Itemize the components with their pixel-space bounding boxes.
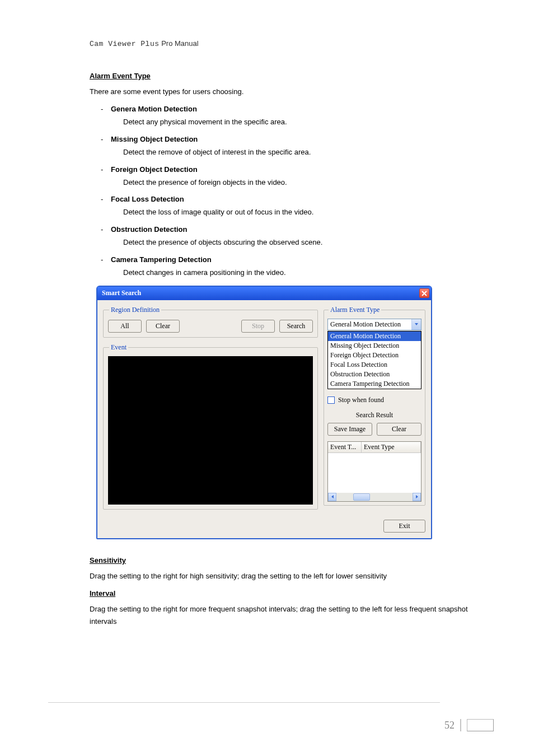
scroll-left-icon[interactable] <box>328 493 336 501</box>
scroll-thumb[interactable] <box>353 493 370 501</box>
dropdown-option[interactable]: Obstruction Detection <box>328 370 421 379</box>
checkbox-label: Stop when found <box>338 396 384 404</box>
close-icon <box>421 291 427 296</box>
chevron-down-icon <box>411 319 421 330</box>
event-group: Event <box>103 343 318 510</box>
list-item: -Obstruction Detection Detect the presen… <box>101 225 484 249</box>
table-header: Event T... Event Type <box>328 442 421 453</box>
heading-interval: Interval <box>90 589 484 598</box>
list-item: -Missing Object Detection Detect the rem… <box>101 135 484 158</box>
dropdown-option[interactable]: Missing Object Detection <box>328 341 421 351</box>
footer-rule <box>48 702 440 703</box>
search-button[interactable]: Search <box>279 320 313 333</box>
col-event-type[interactable]: Event Type <box>362 442 421 452</box>
alarm-intro: There are some event types for users cho… <box>90 86 484 98</box>
type-title: Foreign Object Detection <box>111 165 198 174</box>
dropdown-option[interactable]: Camera Tampering Detection <box>328 379 421 389</box>
bullet-dash: - <box>101 105 105 113</box>
alarm-event-type-group: Alarm Event Type General Motion Detectio… <box>324 306 425 506</box>
page-footer: 52 <box>444 719 494 731</box>
list-item: -Genera Motion Detection Detect any phys… <box>101 105 484 128</box>
event-type-list: -Genera Motion Detection Detect any phys… <box>101 105 484 279</box>
type-title: Camera Tampering Detection <box>111 255 212 264</box>
smart-search-dialog: Smart Search Region Definition All Clear… <box>96 286 432 539</box>
list-item: -Focal Loss Detection Detect the loss of… <box>101 195 484 218</box>
search-result-label: Search Result <box>327 411 421 419</box>
type-desc: Detect the loss of image quality or out … <box>123 207 484 218</box>
all-button[interactable]: All <box>108 320 142 333</box>
clear-results-button[interactable]: Clear <box>377 423 421 436</box>
interval-body: Drag the setting to the right for more f… <box>90 603 484 628</box>
search-results-table[interactable]: Event T... Event Type <box>327 441 421 502</box>
checkbox-icon <box>327 396 335 404</box>
type-title: Genera Motion Detection <box>111 105 197 113</box>
stop-when-found-checkbox[interactable]: Stop when found <box>327 396 421 404</box>
sensitivity-body: Drag the setting to the right for high s… <box>90 570 484 582</box>
close-button[interactable] <box>419 288 429 298</box>
doc-header-rest: Pro Manual <box>160 39 199 48</box>
dropdown-option[interactable]: Focal Loss Detection <box>328 360 421 370</box>
bullet-dash: - <box>101 225 105 234</box>
doc-header: Cam Viewer Plus Pro Manual <box>90 39 484 48</box>
horizontal-scrollbar[interactable] <box>328 493 421 501</box>
event-video-view[interactable] <box>108 356 313 505</box>
type-title: Obstruction Detection <box>111 225 188 234</box>
region-definition-group: Region Definition All Clear Stop Search <box>103 306 318 338</box>
alarm-type-dropdown[interactable]: General Motion Detection Missing Object … <box>327 331 421 389</box>
type-desc: Detect the remove of object of interest … <box>123 147 484 158</box>
type-desc: Detect the presence of objects obscuring… <box>123 237 484 249</box>
doc-header-mono: Cam Viewer Plus <box>90 40 160 48</box>
dropdown-option[interactable]: Foreign Object Detection <box>328 351 421 360</box>
dropdown-option[interactable]: General Motion Detection <box>328 332 421 341</box>
clear-button[interactable]: Clear <box>146 320 180 333</box>
region-legend: Region Definition <box>109 306 161 314</box>
type-desc: Detect any physical movement in the spec… <box>123 116 484 128</box>
list-item: -Foreign Object Detection Detect the pre… <box>101 165 484 189</box>
heading-sensitivity: Sensitivity <box>90 556 484 564</box>
heading-alarm-event-type: Alarm Event Type <box>90 72 484 80</box>
dialog-title: Smart Search <box>102 289 141 297</box>
alarm-legend: Alarm Event Type <box>329 306 381 314</box>
bullet-dash: - <box>101 165 105 174</box>
alarm-type-combo[interactable]: General Motion Detection <box>327 319 421 330</box>
type-desc: Detect the presence of foreign objects i… <box>123 177 484 189</box>
footer-box <box>467 719 494 731</box>
exit-button[interactable]: Exit <box>383 520 425 533</box>
list-item: -Camera Tampering Detection Detect chang… <box>101 255 484 279</box>
combo-selected: General Motion Detection <box>328 320 411 329</box>
type-desc: Detect changes in camera positioning in … <box>123 267 484 279</box>
stop-button[interactable]: Stop <box>241 320 275 333</box>
bullet-dash: - <box>101 255 105 264</box>
col-event-time[interactable]: Event T... <box>328 442 362 452</box>
scroll-track[interactable] <box>336 493 413 501</box>
footer-divider <box>460 719 461 731</box>
bullet-dash: - <box>101 135 105 143</box>
dialog-titlebar[interactable]: Smart Search <box>97 287 431 300</box>
event-legend: Event <box>109 343 128 352</box>
type-title: Missing Object Detection <box>111 135 198 143</box>
save-image-button[interactable]: Save Image <box>327 423 372 436</box>
page-number: 52 <box>444 720 455 731</box>
bullet-dash: - <box>101 195 105 203</box>
scroll-right-icon[interactable] <box>413 493 421 501</box>
type-title: Focal Loss Detection <box>111 195 184 203</box>
